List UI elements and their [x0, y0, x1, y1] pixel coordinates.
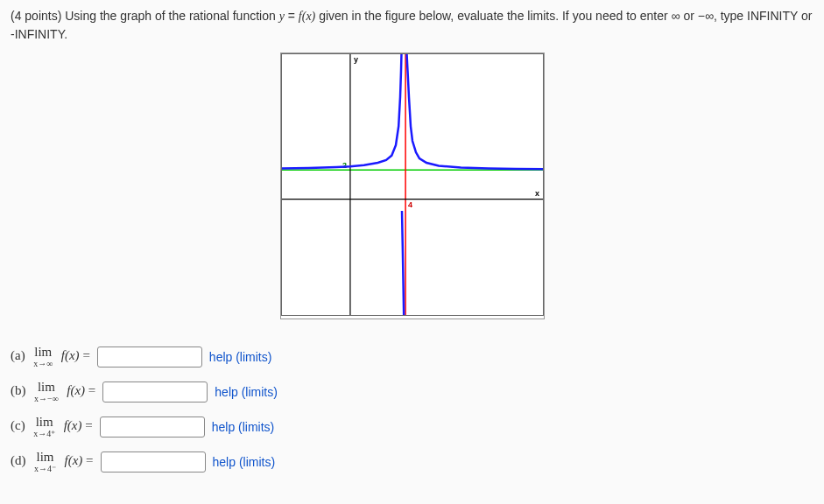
instr-before: Using the graph of the rational function [65, 9, 278, 23]
part-d-label: (d) lim x→4⁻ f(x) = [11, 451, 94, 473]
lim-b: lim x→−∞ [34, 381, 59, 403]
lim-a: lim x→∞ [33, 346, 53, 368]
help-d-link[interactable]: help (limits) [213, 455, 276, 469]
answer-b-input[interactable] [102, 382, 208, 402]
part-c-row: (c) lim x→4⁺ f(x) = help (limits) [11, 416, 813, 438]
x-label: x [535, 189, 539, 198]
graph-svg: x y 2 4 [281, 53, 544, 316]
plot-bg [281, 53, 544, 316]
func-rhs: f(x) [299, 10, 315, 23]
graph-container: x y 2 4 [11, 52, 813, 319]
instructions: (4 points) Using the graph of the ration… [11, 7, 813, 44]
part-b-label: (b) lim x→−∞ f(x) = [11, 381, 95, 403]
answer-c-input[interactable] [100, 416, 205, 438]
lim-d: lim x→4⁻ [34, 451, 56, 473]
y-label: y [354, 55, 358, 64]
func-eq: = [288, 9, 299, 23]
part-a-row: (a) lim x→∞ f(x) = help (limits) [11, 346, 813, 368]
answer-d-input[interactable] [101, 452, 206, 472]
answer-a-input[interactable] [97, 346, 202, 368]
lim-c: lim x→4⁺ [33, 416, 55, 438]
func-lhs: y [279, 10, 285, 23]
graph-box: x y 2 4 [280, 52, 545, 319]
points-label: (4 points) [11, 9, 61, 23]
help-a-link[interactable]: help (limits) [209, 350, 272, 364]
part-b-row: (b) lim x→−∞ f(x) = help (limits) [11, 381, 813, 403]
part-c-label: (c) lim x→4⁺ f(x) = [11, 416, 93, 438]
part-a-label: (a) lim x→∞ f(x) = [11, 346, 90, 368]
help-b-link[interactable]: help (limits) [215, 385, 278, 399]
tick-x4: 4 [408, 200, 412, 209]
tick-y2: 2 [342, 161, 347, 170]
part-d-row: (d) lim x→4⁻ f(x) = help (limits) [11, 451, 813, 473]
help-c-link[interactable]: help (limits) [212, 420, 275, 434]
